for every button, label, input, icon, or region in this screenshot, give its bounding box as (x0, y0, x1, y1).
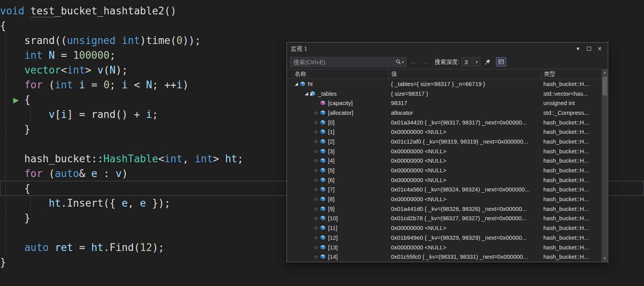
watch-titlebar[interactable]: 监视 1 ▾ × (287, 42, 608, 55)
object-icon (320, 109, 327, 116)
watch-row[interactable]: ▷[10]0x01cd2b78 { _kv=(98327, 98327) _ne… (287, 214, 602, 223)
search-input[interactable] (290, 59, 393, 65)
field-icon (320, 100, 327, 106)
watch-scrollbar[interactable]: ▲ ▼ (602, 69, 608, 262)
watch-name: [allocator] (328, 109, 353, 116)
collapse-icon[interactable]: ◢ (303, 91, 310, 96)
expand-icon[interactable]: ▷ (313, 197, 320, 201)
search-options-dropdown-icon[interactable]: ▾ (402, 60, 404, 64)
watch-type: hash_bucket::H... (541, 167, 602, 174)
object-icon (320, 177, 327, 183)
window-position-icon[interactable]: ▾ (574, 44, 582, 53)
search-depth-select[interactable]: 3 ▾ (462, 57, 480, 67)
watch-type: hash_bucket::H... (541, 148, 602, 154)
expand-icon[interactable]: ▷ (313, 120, 320, 125)
watch-name: [3] (328, 148, 335, 154)
watch-toolbar: ▾ ← → 搜索深度: 3 ▾ (287, 55, 608, 69)
object-icon (320, 158, 327, 164)
expand-icon[interactable]: ▷ (313, 168, 320, 172)
expand-icon[interactable]: ▷ (313, 207, 320, 211)
watch-row[interactable]: ▷[9]0x01a441d0 { _kv=(98326, 98326) _nex… (287, 204, 602, 214)
watch-row[interactable]: ▷[13]0x00000000 <NULL>hash_bucket::H... (287, 242, 602, 252)
watch-name: [2] (328, 138, 335, 145)
visualizer-toggle-icon[interactable] (496, 57, 506, 67)
column-header-value[interactable]: 值 (389, 69, 541, 79)
scroll-up-icon[interactable]: ▲ (602, 69, 608, 75)
watch-name: [5] (328, 167, 335, 174)
watch-row[interactable]: ▷[6]0x00000000 <NULL>hash_bucket::H... (287, 175, 602, 185)
scrollbar-thumb[interactable] (602, 77, 607, 95)
object-icon (320, 119, 327, 125)
collapse-icon[interactable]: ◢ (293, 81, 300, 86)
watch-row[interactable]: ▷[allocator]allocatorstd::_Compress... (287, 108, 602, 118)
chevron-down-icon: ▾ (476, 60, 478, 64)
watch-name: [capacity] (328, 100, 353, 106)
expand-icon[interactable]: ▷ (313, 178, 320, 182)
watch-type: unsigned int (541, 100, 602, 106)
search-next-icon[interactable]: → (421, 58, 430, 66)
search-icon (396, 59, 401, 65)
watch-name: [9] (328, 205, 335, 212)
object-icon (320, 244, 327, 250)
watch-title: 监视 1 (291, 45, 307, 53)
watch-type: hash_bucket::H... (541, 81, 602, 87)
expand-icon[interactable]: ▷ (313, 187, 320, 191)
search-icon-group[interactable]: ▾ (393, 59, 406, 65)
expand-icon[interactable]: ▷ (313, 149, 320, 153)
pin-icon[interactable] (483, 57, 493, 67)
watch-value: 0x01a34420 { _kv=(98317, 98317) _next=0x… (389, 119, 541, 126)
close-icon[interactable]: × (595, 44, 604, 53)
object-icon (320, 254, 327, 260)
watch-value: allocator (389, 109, 541, 116)
code-line: void test_bucket_hashtable2() (0, 4, 644, 18)
watch-row[interactable]: ◢ht{ _tables={ size=98317 } _n=66719 }ha… (287, 79, 602, 89)
watch-row[interactable]: [capacity]98317unsigned int (287, 98, 602, 108)
watch-name: [1] (328, 128, 335, 135)
column-header-type[interactable]: 类型 (541, 69, 602, 79)
maximize-icon[interactable] (585, 44, 593, 53)
watch-type: hash_bucket::H... (541, 234, 602, 241)
expand-icon[interactable]: ▷ (313, 235, 320, 240)
watch-row[interactable]: ◢_tables{ size=98317 }std::vector<has... (287, 89, 602, 98)
watch-row[interactable]: ▷[14]0x01c55fc0 { _kv=(98331, 98331) _ne… (287, 252, 602, 261)
expand-icon[interactable]: ▷ (313, 245, 320, 249)
expand-icon[interactable]: ▷ (313, 158, 320, 163)
watch-name: [7] (328, 186, 335, 193)
watch-row[interactable]: ▷[0]0x01a34420 { _kv=(98317, 98317) _nex… (287, 118, 602, 127)
object-icon (320, 148, 327, 154)
execution-point-icon: ▶ (13, 93, 19, 107)
watch-row[interactable]: ▷[2]0x01c12af0 { _kv=(98319, 98319) _nex… (287, 137, 602, 146)
expand-icon[interactable]: ▷ (313, 226, 320, 230)
object-icon (320, 234, 327, 240)
expand-icon[interactable]: ▷ (313, 130, 320, 134)
watch-header-row: 名称 值 类型 (287, 69, 602, 79)
watch-row[interactable]: ▷[8]0x00000000 <NULL>hash_bucket::H... (287, 194, 602, 204)
watch-row[interactable]: ▷[5]0x00000000 <NULL>hash_bucket::H... (287, 165, 602, 175)
watch-rows: ◢ht{ _tables={ size=98317 } _n=66719 }ha… (287, 79, 602, 262)
expand-icon[interactable]: ▷ (313, 111, 320, 115)
watch-type: hash_bucket::H... (541, 119, 602, 126)
watch-row[interactable]: ▷[12]0x01b949e0 { _kv=(98329, 98329) _ne… (287, 233, 602, 242)
expand-icon[interactable]: ▷ (313, 216, 320, 220)
search-box[interactable]: ▾ (290, 57, 407, 67)
object-icon (320, 225, 327, 231)
expand-icon[interactable]: ▷ (313, 254, 320, 259)
watch-row[interactable]: ▷[1]0x00000000 <NULL>hash_bucket::H... (287, 127, 602, 137)
watch-name: _tables (318, 90, 337, 97)
column-header-name[interactable]: 名称 (287, 69, 389, 79)
watch-type: hash_bucket::H... (541, 205, 602, 212)
watch-row[interactable]: ▷[7]0x01c4a560 { _kv=(98324, 98324) _nex… (287, 185, 602, 195)
watch-type: hash_bucket::H... (541, 186, 602, 193)
watch-name: [4] (328, 157, 335, 164)
object-icon (320, 215, 327, 221)
object-icon (320, 138, 327, 144)
watch-value: 0x00000000 <NULL> (389, 244, 541, 251)
search-prev-icon[interactable]: ← (409, 58, 418, 66)
expand-icon[interactable]: ▷ (313, 139, 320, 144)
watch-row[interactable]: ▷[11]0x00000000 <NULL>hash_bucket::H... (287, 223, 602, 233)
watch-row[interactable]: ▷[4]0x00000000 <NULL>hash_bucket::H... (287, 156, 602, 166)
watch-name: [8] (328, 196, 335, 202)
scroll-down-icon[interactable]: ▼ (602, 255, 608, 261)
watch-row[interactable]: ▷[3]0x00000000 <NULL>hash_bucket::H... (287, 146, 602, 156)
watch-value: 0x01cd2b78 { _kv=(98327, 98327) _next=0x… (389, 215, 541, 221)
